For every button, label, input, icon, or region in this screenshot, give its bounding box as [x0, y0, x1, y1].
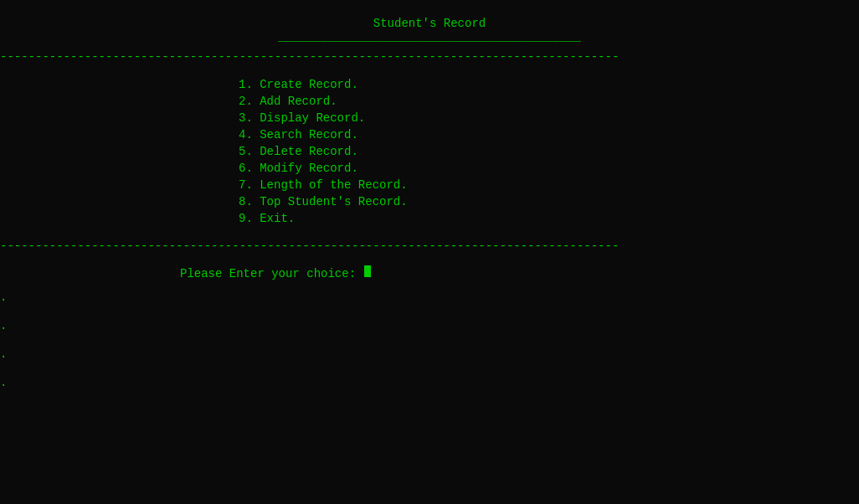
menu-item-3: 3. Display Record. [0, 110, 859, 126]
menu-item-9: 9. Exit. [0, 210, 859, 227]
side-decoration: · · · · [0, 293, 7, 392]
terminal-window: · · · · Student's Record _______________… [0, 0, 859, 504]
menu-section: 1. Create Record. 2. Add Record. 3. Disp… [0, 64, 859, 239]
menu-item-2: 2. Add Record. [0, 93, 859, 110]
menu-item-8: 8. Top Student's Record. [0, 193, 859, 210]
cursor [364, 265, 371, 277]
menu-item-4: 4. Search Record. [0, 126, 859, 143]
menu-item-5: 5. Delete Record. [0, 143, 859, 160]
menu-item-6: 6. Modify Record. [0, 160, 859, 177]
prompt-text: Please Enter your choice: [180, 267, 356, 280]
app-title: Student's Record [0, 17, 859, 30]
bottom-divider: ----------------------------------------… [0, 239, 859, 253]
top-divider: ----------------------------------------… [0, 50, 859, 64]
menu-item-7: 7. Length of the Record. [0, 177, 859, 193]
title-underline: ________________________________________… [0, 30, 859, 44]
menu-item-1: 1. Create Record. [0, 76, 859, 93]
prompt-section: Please Enter your choice: [0, 253, 859, 280]
title-section: Student's Record _______________________… [0, 8, 859, 50]
